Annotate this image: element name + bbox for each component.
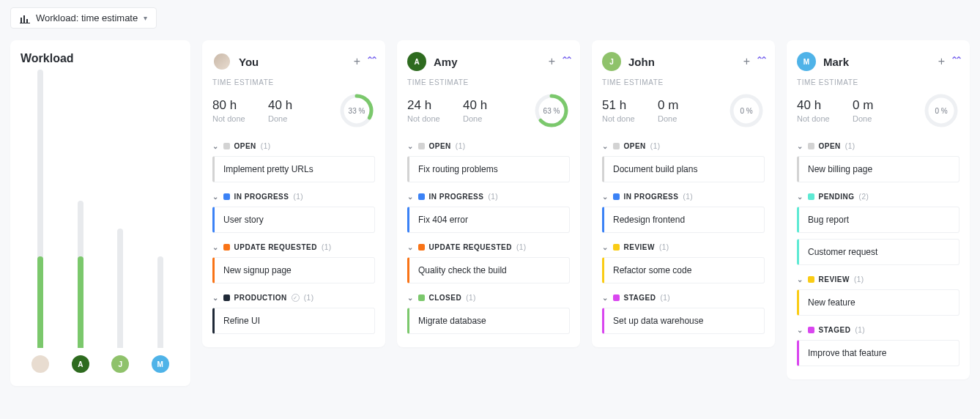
avatar[interactable]: M [797,52,816,71]
task-card[interactable]: Refine UI [212,308,375,334]
status-swatch [613,143,620,149]
status-label: OPEN [624,142,646,150]
chevron-down-icon: ⌄ [602,193,609,201]
status-swatch [808,276,814,283]
workload-bar-john[interactable]: J [111,70,129,373]
progress-donut: 0 % [923,92,959,129]
not-done-value: 24 h [407,98,454,113]
status-section-header[interactable]: ⌄PENDING(2) [797,193,959,201]
status-section-header[interactable]: ⌄IN PROGRESS(1) [407,193,570,201]
task-card[interactable]: Set up data warehouse [602,308,765,334]
user-card-mark: MMark+⌃⌃TIME ESTIMATE40 hNot done0 mDone… [787,40,970,379]
status-section-header[interactable]: ⌄STAGED(1) [797,326,959,334]
status-section-header[interactable]: ⌄OPEN(1) [407,142,570,150]
add-task-button[interactable]: + [549,55,555,68]
task-card[interactable]: New feature [797,289,959,316]
bar-done [78,256,83,348]
status-section-header[interactable]: ⌄OPEN(1) [602,142,765,150]
status-count: (1) [488,193,498,201]
task-card[interactable]: Migrate database [407,308,570,334]
status-section-header[interactable]: ⌄REVIEW(1) [602,243,765,251]
chevron-down-icon: ⌄ [212,294,219,302]
collapse-icon[interactable]: ⌃⌃ [951,55,959,65]
chevron-down-icon: ⌄ [212,142,219,150]
collapse-icon[interactable]: ⌃⌃ [561,55,570,65]
add-task-button[interactable]: + [354,55,360,68]
add-task-button[interactable]: + [743,55,750,68]
status-swatch [223,143,230,149]
status-swatch [223,244,230,251]
user-card-amy: AAmy+⌃⌃TIME ESTIMATE24 hNot done40 hDone… [397,40,580,347]
done-value: 40 h [463,98,510,113]
task-card[interactable]: Bug report [797,207,959,233]
status-section-header[interactable]: ⌄OPEN(1) [212,142,375,150]
task-card[interactable]: Refactor some code [602,257,765,283]
workload-bar-amy[interactable]: A [72,70,89,373]
svg-rect-1 [23,15,25,23]
status-section-header[interactable]: ⌄UPDATE REQUESTED(1) [407,243,570,251]
status-count: (1) [845,142,855,150]
chevron-down-icon: ⌄ [212,193,219,201]
status-swatch [808,143,814,149]
task-card[interactable]: Document build plans [602,156,765,182]
status-count: (1) [659,243,669,251]
avatar[interactable]: A [407,52,426,71]
status-swatch [808,327,814,333]
add-task-button[interactable]: + [938,55,945,68]
status-section-header[interactable]: ⌄OPEN(1) [797,142,959,150]
avatar[interactable] [31,355,49,373]
workload-bar-you[interactable] [31,70,49,373]
status-label: IN PROGRESS [429,193,484,201]
done-label: Done [658,114,705,123]
stats-row: 24 hNot done40 hDone63 % [407,92,570,129]
workload-bar-mark[interactable]: M [152,70,169,373]
status-section-header[interactable]: ⌄IN PROGRESS(1) [602,193,765,201]
task-card[interactable]: Customer request [797,239,959,265]
task-card[interactable]: Improve that feature [797,340,959,366]
task-card[interactable]: New signup page [212,257,375,283]
status-section-header[interactable]: ⌄PRODUCTION✓(1) [212,294,375,302]
task-card[interactable]: New billing page [797,156,959,182]
status-swatch [613,244,620,251]
user-card-you: You+⌃⌃TIME ESTIMATE80 hNot done40 hDone3… [202,40,385,347]
status-count: (1) [854,275,864,283]
task-card[interactable]: Fix routing problems [407,156,570,182]
status-label: UPDATE REQUESTED [234,243,317,251]
time-estimate-label: TIME ESTIMATE [602,78,765,86]
status-label: STAGED [819,326,851,334]
task-card[interactable]: Quality check the build [407,257,570,283]
avatar[interactable]: A [72,355,89,373]
status-section-header[interactable]: ⌄UPDATE REQUESTED(1) [212,243,375,251]
status-section-header[interactable]: ⌄STAGED(1) [602,294,765,302]
done-label: Done [853,114,899,123]
chevron-down-icon: ⌄ [797,275,803,283]
progress-pct: 0 % [728,92,765,129]
chevron-down-icon: ⌄ [602,243,609,251]
avatar[interactable] [212,52,231,71]
status-label: IN PROGRESS [624,193,679,201]
collapse-icon[interactable]: ⌃⌃ [366,55,375,65]
task-card[interactable]: Fix 404 error [407,207,570,233]
task-card[interactable]: User story [212,207,375,233]
collapse-icon[interactable]: ⌃⌃ [756,55,765,65]
status-section-header[interactable]: ⌄REVIEW(1) [797,275,959,283]
task-card[interactable]: Redesign frontend [602,207,765,233]
status-swatch [418,193,425,200]
done-value: 40 h [268,98,315,113]
task-card[interactable]: Implement pretty URLs [212,156,375,182]
status-label: OPEN [234,142,256,150]
check-icon: ✓ [292,294,300,302]
done-value: 0 m [853,98,899,113]
status-section-header[interactable]: ⌄IN PROGRESS(1) [212,193,375,201]
status-count: (1) [304,294,314,302]
svg-rect-2 [26,19,28,23]
avatar[interactable]: M [152,355,169,373]
chevron-down-icon: ⌄ [602,142,609,150]
chevron-down-icon: ⌄ [797,326,803,334]
status-section-header[interactable]: ⌄CLOSED(1) [407,294,570,302]
svg-rect-0 [21,18,22,23]
avatar[interactable]: J [111,355,129,373]
avatar[interactable]: J [602,52,621,71]
stats-row: 40 hNot done0 mDone0 % [797,92,959,129]
workload-view-selector[interactable]: Workload: time estimate ▾ [10,7,157,29]
